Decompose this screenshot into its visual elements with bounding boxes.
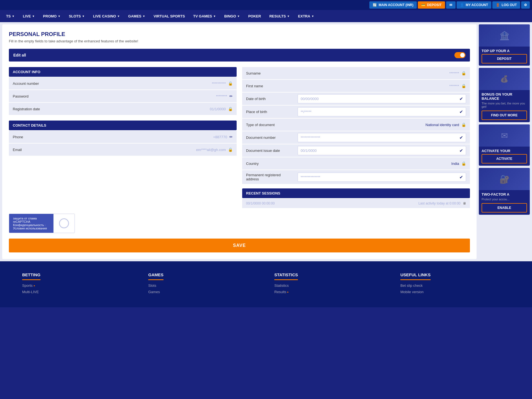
sidebar-card-2fa: 🔐 TWO-FACTOR A Protect your accou... ENA…	[479, 168, 530, 215]
form-columns: ACCOUNT INFO Account number ********** 🔒…	[9, 67, 470, 208]
edit-icon[interactable]: ✏	[229, 94, 233, 98]
nav-item-bingo[interactable]: BINGO ▼	[220, 11, 244, 22]
dob-input[interactable]: 00/00/0000 ✔	[298, 94, 466, 103]
dob-value: 00/00/0000	[301, 97, 319, 101]
footer-link-sports[interactable]: Sports ▸	[22, 283, 132, 288]
page-title: PERSONAL PROFILE	[9, 31, 470, 37]
doc-number-input[interactable]: ************** ✔	[298, 133, 466, 142]
email-value: em****ail@gh.com	[196, 148, 226, 152]
lock-icon: 🔒	[461, 161, 466, 166]
recaptcha-checkbox[interactable]	[53, 214, 75, 233]
nav-item-promo[interactable]: PROMO ▼	[39, 11, 64, 22]
phone-value: +887770	[213, 135, 227, 139]
logout-button[interactable]: 🚪 LOG OUT	[492, 1, 520, 9]
account-number-label: Account number	[13, 81, 39, 86]
address-input[interactable]: ************** ✔	[298, 173, 466, 182]
nav-label-live-casino: LIVE CASINO	[93, 14, 116, 18]
right-sidebar: 🏦 TOP UP YOUR A DEPOSIT 💰 BONUS ON YOUR …	[477, 22, 532, 261]
settings-button[interactable]: ⚙	[521, 1, 530, 9]
nav-label-virtual-sports: VIRTUAL SPORTS	[154, 14, 185, 18]
recaptcha-text: защита от спама reCAPTCHA Конфиденциальн…	[9, 214, 53, 233]
sidebar-deposit-button[interactable]: DEPOSIT	[482, 54, 527, 63]
doc-issue-input[interactable]: 00/1/0000 ✔	[298, 146, 466, 155]
nav-item-extra[interactable]: EXTRA ▼	[294, 11, 318, 22]
top-bar: 🔄 MAIN ACCOUNT (INR) 💳 DEPOSIT ✉ 👤 MY AC…	[0, 0, 532, 10]
sidebar-card-deposit-content: TOP UP YOUR A DEPOSIT	[479, 47, 530, 66]
nav-label-tv-games: TV GAMES	[193, 14, 212, 18]
edit-all-bar[interactable]: Edit all	[9, 49, 470, 62]
chevron-down-icon: ▼	[82, 15, 85, 18]
recaptcha-widget: защита от спама reCAPTCHA Конфиденциальн…	[9, 214, 75, 233]
footer-link-mobile[interactable]: Mobile version	[400, 290, 510, 294]
nav-label-extra: EXTRA	[298, 14, 310, 18]
sidebar-card-activate: ✉ ACTIVATE YOUR ACTIVATE	[479, 124, 530, 166]
password-label: Password	[13, 94, 29, 98]
doc-type-value: National identity card	[426, 123, 459, 127]
save-button[interactable]: SAVE	[9, 239, 470, 252]
doc-type-label: Type of document	[246, 123, 275, 127]
main-layout: PERSONAL PROFILE Fill in the empty field…	[0, 22, 532, 261]
account-number-field: Account number ********** 🔒	[9, 77, 237, 89]
nav-item-poker[interactable]: POKER	[244, 11, 265, 22]
account-number-value: **********	[212, 81, 226, 86]
contact-details-header: CONTACT DETAILS	[9, 121, 237, 130]
nav-item-live[interactable]: LIVE ▼	[19, 11, 39, 22]
user-icon: 👤	[460, 3, 464, 7]
footer-link-games[interactable]: Games	[148, 290, 258, 294]
sidebar-activate-button[interactable]: ACTIVATE	[482, 154, 527, 163]
footer-sports-label: Sports	[22, 283, 33, 288]
sidebar-card-activate-content: ACTIVATE YOUR ACTIVATE	[479, 147, 530, 166]
nav-item-games[interactable]: GAMES ▼	[124, 11, 149, 22]
dob-label: Date of birth	[242, 94, 298, 104]
message-button[interactable]: ✉	[446, 1, 456, 9]
nav-item-virtual-sports[interactable]: VIRTUAL SPORTS	[150, 11, 189, 22]
edit-all-toggle[interactable]	[454, 52, 466, 58]
message-icon: ✉	[449, 3, 452, 7]
footer-link-multi-live[interactable]: Multi-LIVE	[22, 290, 132, 294]
phone-field: Phone +887770 ✏	[9, 131, 237, 143]
nav-item-slots[interactable]: SLOTS ▼	[65, 11, 88, 22]
address-field: Permanent registered address ***********…	[242, 170, 470, 184]
session-date: 00/1/0000 00:00:00	[246, 201, 275, 205]
sidebar-card-deposit: 🏦 TOP UP YOUR A DEPOSIT	[479, 24, 530, 66]
pob-field: Place of birth **/***** ✔	[242, 106, 470, 118]
doc-number-label: Document number	[242, 133, 298, 142]
footer-link-statistics[interactable]: Statistics	[274, 283, 384, 288]
first-name-value: *******	[449, 84, 459, 88]
password-field: Password ******** ✏	[9, 90, 237, 102]
check-icon: ✔	[459, 135, 463, 140]
surname-label: Surname	[246, 71, 261, 75]
lock-icon: 🔒	[228, 147, 233, 152]
nav-bar: TS ▼ LIVE ▼ PROMO ▼ SLOTS ▼ LIVE CASINO …	[0, 10, 532, 22]
footer-link-results[interactable]: Results ▸	[274, 290, 384, 294]
nav-item-live-casino[interactable]: LIVE CASINO ▼	[89, 11, 124, 22]
nav-item-tv-games[interactable]: TV GAMES ▼	[189, 11, 220, 22]
country-value: India	[451, 162, 459, 166]
doc-issue-value: 00/1/0000	[301, 149, 317, 153]
nav-label-results: RESULTS	[269, 14, 286, 18]
sidebar-card-activate-title: ACTIVATE YOUR	[482, 149, 527, 153]
nav-label-bingo: BINGO	[224, 14, 236, 18]
footer-statistics-title: STATISTICS	[274, 272, 298, 280]
session-row: 00/1/0000 00:00:00 Last activity today a…	[242, 199, 470, 208]
doc-type-field: Type of document National identity card …	[242, 119, 470, 131]
nav-item-results[interactable]: RESULTS ▼	[265, 11, 294, 22]
footer-link-slots[interactable]: Slots	[148, 283, 258, 288]
sidebar-card-2fa-text: Protect your accou...	[482, 198, 527, 201]
nav-label-live: LIVE	[23, 14, 31, 18]
footer-games-label: Games	[148, 290, 160, 294]
deposit-button[interactable]: 💳 DEPOSIT	[418, 1, 445, 9]
chevron-down-icon: ▼	[311, 15, 314, 18]
lock-icon: 🔒	[461, 71, 466, 75]
edit-icon[interactable]: ✏	[229, 135, 233, 139]
address-label: Permanent registered address	[242, 170, 298, 184]
sidebar-find-out-more-button[interactable]: FIND OUT MORE	[482, 111, 527, 120]
nav-item-ts[interactable]: TS ▼	[2, 11, 19, 22]
main-account-button[interactable]: 🔄 MAIN ACCOUNT (INR)	[369, 1, 417, 9]
check-icon: ✔	[459, 109, 463, 114]
footer-link-bet-slip[interactable]: Bet slip check	[400, 283, 510, 288]
sidebar-enable-button[interactable]: ENABLE	[482, 203, 527, 213]
pob-input[interactable]: **/***** ✔	[298, 107, 466, 116]
my-account-button[interactable]: 👤 MY ACCOUNT	[457, 1, 492, 9]
doc-number-field: Document number ************** ✔	[242, 131, 470, 144]
